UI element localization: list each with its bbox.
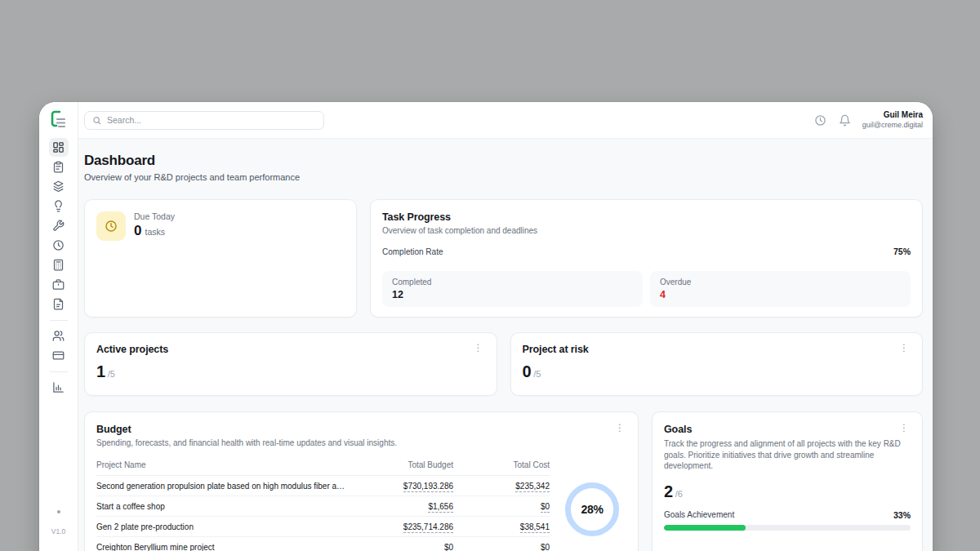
task-progress-subtitle: Overview of task completion and deadline…	[382, 226, 911, 235]
goals-value: 2	[664, 482, 673, 501]
version-label: V1.0	[51, 527, 66, 535]
task-progress-title: Task Progress	[382, 211, 911, 223]
budget-table-body: Second generation propulsion plate based…	[96, 476, 550, 551]
kebab-menu-icon[interactable]: ⋮	[613, 424, 626, 432]
budget-title: Budget	[96, 424, 131, 435]
active-projects-total: /5	[108, 369, 115, 379]
budget-card: Budget ⋮ Spending, forecasts, and financ…	[84, 411, 639, 551]
due-today-clock-icon	[96, 211, 126, 241]
project-at-risk-title: Project at risk	[523, 344, 589, 355]
total-cost-value[interactable]: $235,342	[515, 482, 550, 492]
project-at-risk-card: Project at risk ⋮ 0 /5	[510, 332, 924, 396]
column-header-project-name: Project Name	[96, 455, 357, 476]
status-dot	[57, 510, 60, 513]
active-projects-title: Active projects	[96, 344, 168, 355]
active-projects-card: Active projects ⋮ 1 /5	[84, 332, 497, 396]
app-logo-icon	[49, 109, 69, 131]
sidebar-item-team-icon[interactable]	[49, 327, 69, 345]
history-icon[interactable]	[814, 114, 826, 127]
sidebar-item-tools-icon[interactable]	[49, 216, 69, 235]
search-input[interactable]: Search...	[84, 111, 324, 130]
sidebar-item-reports-icon[interactable]	[49, 378, 69, 397]
goals-card: Goals ⋮ Track the progress and alignment…	[652, 411, 923, 551]
total-budget-value[interactable]: $0	[444, 543, 453, 551]
notifications-bell-icon[interactable]	[839, 114, 851, 127]
completed-label: Completed	[392, 278, 633, 287]
project-name-cell: Start a coffee shop	[96, 496, 357, 517]
due-today-value: 0	[134, 223, 141, 239]
sidebar-footer: V1.0	[39, 510, 78, 535]
due-today-unit: tasks	[145, 227, 165, 237]
sidebar-item-billing-icon[interactable]	[49, 346, 69, 365]
topbar: Search... Guil Meira guil@creme.digital	[78, 102, 933, 139]
sidebar-item-briefcase-icon[interactable]	[49, 275, 69, 294]
project-name-cell: Creighton Beryllium mine project	[96, 537, 357, 551]
project-at-risk-value: 0	[523, 362, 532, 381]
main-area: Search... Guil Meira guil@creme.digital …	[78, 102, 933, 551]
search-icon	[92, 116, 101, 125]
kebab-menu-icon[interactable]: ⋮	[472, 344, 485, 352]
total-cost-value[interactable]: $0	[541, 502, 550, 513]
column-header-total-cost: Total Cost	[453, 455, 550, 476]
overdue-value: 4	[660, 289, 901, 300]
app-window: V1.0 Search... Guil Meira guil@creme.dig…	[39, 102, 933, 551]
dashboard-content: Dashboard Overview of your R&D projects …	[78, 139, 933, 551]
sidebar-item-ideas-icon[interactable]	[49, 197, 69, 216]
total-budget-value[interactable]: $1,656	[428, 502, 453, 513]
budget-table: Project Name Total Budget Total Cost Sec…	[96, 455, 550, 551]
budget-donut-percent: 28%	[581, 503, 603, 516]
budget-table-row: Second generation propulsion plate based…	[96, 476, 550, 496]
sidebar-divider	[50, 371, 68, 372]
project-at-risk-total: /5	[533, 369, 541, 379]
sidebar-item-time-icon[interactable]	[49, 236, 69, 255]
kebab-menu-icon[interactable]: ⋮	[898, 424, 911, 432]
user-name: Guil Meira	[862, 110, 923, 121]
sidebar-item-layers-icon[interactable]	[49, 177, 69, 196]
project-name-cell: Second generation propulsion plate based…	[96, 476, 357, 496]
project-name-cell: Gen 2 plate pre-production	[96, 517, 357, 537]
goals-bar-fill	[664, 525, 746, 531]
total-budget-value[interactable]: $730,193.286	[403, 482, 453, 492]
search-placeholder: Search...	[107, 115, 141, 125]
overdue-stat-box: Overdue 4	[650, 271, 911, 307]
sidebar-item-dashboard-icon[interactable]	[49, 138, 69, 157]
active-projects-value: 1	[96, 362, 105, 381]
completion-rate-label: Completion Rate	[382, 247, 443, 256]
sidebar-item-documents-icon[interactable]	[49, 295, 69, 313]
sidebar: V1.0	[39, 102, 78, 551]
total-cost-value[interactable]: $38,541	[520, 522, 550, 533]
goals-total: /6	[675, 489, 683, 499]
sidebar-item-tasks-icon[interactable]	[49, 158, 69, 176]
user-menu[interactable]: Guil Meira guil@creme.digital	[862, 110, 923, 130]
total-cost-value[interactable]: $0	[541, 543, 550, 551]
budget-subtitle: Spending, forecasts, and financial healt…	[96, 438, 626, 447]
goals-achievement-label: Goals Achievement	[664, 510, 734, 519]
budget-table-row: Gen 2 plate pre-production$235,714.286$3…	[96, 517, 550, 537]
completed-stat-box: Completed 12	[382, 271, 643, 307]
page-title: Dashboard	[84, 153, 923, 169]
task-progress-card: Task Progress Overview of task completio…	[370, 199, 923, 318]
budget-table-row: Creighton Beryllium mine project$0$0	[96, 537, 550, 551]
budget-donut-chart: 28%	[558, 447, 626, 551]
overdue-label: Overdue	[660, 278, 901, 287]
completion-rate-percent: 75%	[893, 247, 911, 256]
sidebar-divider	[50, 320, 68, 321]
goals-progress-bar	[664, 525, 911, 531]
due-today-card: Due Today 0 tasks	[84, 199, 357, 318]
column-header-total-budget: Total Budget	[357, 455, 453, 476]
page-subtitle: Overview of your R&D projects and team p…	[84, 172, 923, 182]
goals-achievement-percent: 33%	[893, 510, 911, 520]
total-budget-value[interactable]: $235,714.286	[403, 522, 453, 533]
kebab-menu-icon[interactable]: ⋮	[898, 344, 911, 352]
goals-subtitle: Track the progress and alignment of all …	[664, 438, 911, 472]
sidebar-item-calculator-icon[interactable]	[49, 256, 69, 274]
user-email: guil@creme.digital	[862, 121, 923, 130]
goals-title: Goals	[664, 424, 692, 435]
completed-value: 12	[392, 289, 633, 300]
due-today-label: Due Today	[134, 211, 175, 221]
budget-table-row: Start a coffee shop$1,656$0	[96, 496, 550, 517]
